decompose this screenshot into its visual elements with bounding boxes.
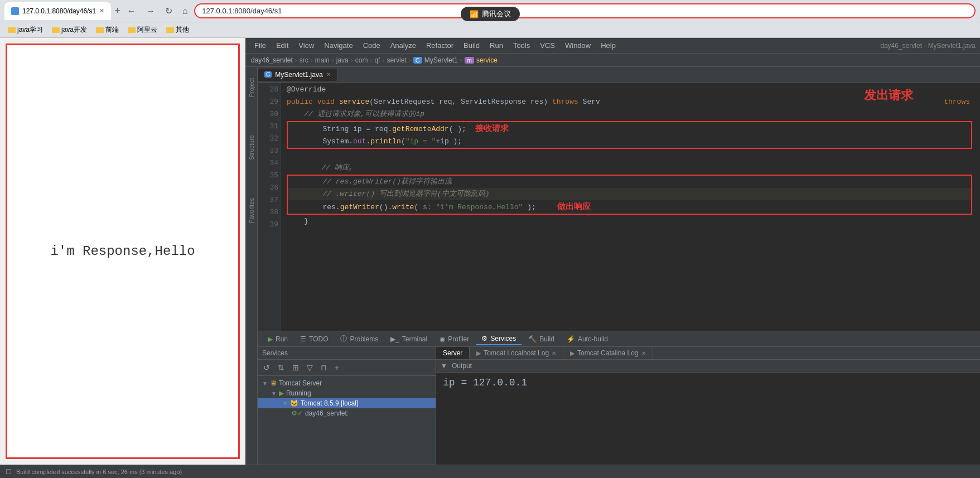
collapse-button[interactable]: ⇅ — [276, 362, 287, 373]
meeting-label: 腾讯会议 — [482, 9, 511, 19]
ide-body: Project Structure Favorites C MyServlet1… — [245, 67, 980, 465]
bookmark-aliyun[interactable]: 阿里云 — [124, 24, 161, 36]
forward-button[interactable]: → — [143, 4, 158, 18]
breadcrumb-java[interactable]: java — [336, 56, 349, 64]
tab-profiler[interactable]: ◉ Profiler — [434, 334, 475, 345]
menu-run[interactable]: Run — [485, 40, 508, 51]
tree-item-tomcat-859[interactable]: ▼ 🐱 Tomcat 8.5.9 [local] — [258, 398, 436, 408]
bookmark-java-dev[interactable]: java开发 — [49, 24, 90, 36]
deploy-icon: ⚙✓ — [291, 409, 303, 417]
tab-build[interactable]: 🔨 Build — [523, 334, 560, 345]
bookmark-label: 其他 — [176, 25, 189, 35]
reload-button[interactable]: ↻ — [162, 3, 176, 18]
menu-tools[interactable]: Tools — [509, 40, 534, 51]
back-button[interactable]: ← — [124, 4, 139, 18]
tomcat-icon: 🐱 — [290, 399, 298, 407]
tree-label-running: Running — [286, 389, 311, 397]
localhost-log-label: Tomcat Localhost Log — [484, 349, 549, 357]
tree-item-running[interactable]: ▼ ▶ Running — [258, 388, 436, 398]
menu-help[interactable]: Help — [596, 40, 620, 51]
bookmark-frontend[interactable]: 前端 — [93, 24, 122, 36]
filter-button[interactable]: ▽ — [305, 362, 315, 373]
localhost-log-close[interactable]: ✕ — [552, 350, 556, 356]
address-bar[interactable] — [194, 3, 976, 18]
tree-item-day46-servlet[interactable]: ⚙✓ day46_servlet: — [258, 408, 436, 418]
menu-navigate[interactable]: Navigate — [320, 40, 357, 51]
tab-favicon — [11, 7, 19, 15]
code-line-34: // 响应, — [287, 162, 974, 174]
tree-label-tomcat-859: Tomcat 8.5.9 [local] — [301, 399, 358, 407]
log-tab-server[interactable]: Server — [436, 347, 470, 359]
menu-view[interactable]: View — [294, 40, 318, 51]
status-bar: ☐ Build completed successfully in 6 sec,… — [0, 465, 980, 478]
project-panel: Project Structure Favorites — [245, 67, 258, 465]
tree-label-tomcat-server: Tomcat Server — [279, 379, 322, 387]
breadcrumb: day46_servlet › src › main › java › com … — [245, 54, 980, 67]
browser-tab[interactable]: 127.0.0.1:8080/day46/s1 ✕ — [4, 2, 111, 20]
project-panel-label[interactable]: Project — [248, 78, 255, 97]
services-tree: ▼ 🖥 Tomcat Server ▼ ▶ Running — [258, 376, 436, 465]
meeting-badge: 📶 腾讯会议 — [461, 7, 520, 21]
settings-button[interactable]: ⊓ — [318, 362, 329, 373]
menu-window[interactable]: Window — [561, 40, 595, 51]
log-tab-localhost[interactable]: ▶ Tomcat Localhost Log ✕ — [470, 347, 563, 359]
menu-edit[interactable]: Edit — [272, 40, 293, 51]
breadcrumb-class[interactable]: MyServlet1 — [424, 56, 458, 64]
menu-code[interactable]: Code — [359, 40, 385, 51]
tab-auto-build[interactable]: ⚡ Auto-build — [561, 334, 614, 345]
code-line-31: String ip = req.getRemoteAddr( ); 接收请求 — [288, 122, 971, 136]
code-line-28: @Override — [287, 84, 974, 96]
favorites-panel-label[interactable]: Favorites — [248, 198, 255, 223]
main-area: i'm Response,Hello File Edit View Naviga… — [0, 38, 980, 465]
tab-problems[interactable]: ⓘ Problems — [335, 332, 384, 345]
services-tab-label: Services — [490, 335, 516, 342]
output-label: Output — [452, 362, 472, 370]
breadcrumb-servlet[interactable]: servlet — [387, 56, 406, 64]
tree-item-tomcat-server[interactable]: ▼ 🖥 Tomcat Server — [258, 378, 436, 388]
breadcrumb-src[interactable]: src — [300, 56, 308, 64]
home-button[interactable]: ⌂ — [179, 4, 191, 18]
breadcrumb-qf[interactable]: qf — [374, 56, 380, 64]
new-tab-button[interactable]: + — [114, 5, 120, 17]
tab-terminal[interactable]: ▶_ Terminal — [385, 334, 433, 345]
red-box-receive: String ip = req.getRemoteAddr( ); 接收请求 S… — [287, 121, 972, 149]
problems-tab-label: Problems — [350, 335, 378, 343]
status-checkbox[interactable]: ☐ — [6, 468, 12, 476]
structure-panel-label[interactable]: Structure — [248, 135, 255, 160]
menu-build[interactable]: Build — [459, 40, 484, 51]
log-tabs: Server ▶ Tomcat Localhost Log ✕ ▶ Tomcat… — [436, 347, 980, 360]
menu-file[interactable]: File — [250, 40, 271, 51]
tab-services[interactable]: ⚙ Services — [476, 333, 522, 345]
tab-close-button[interactable]: ✕ — [99, 7, 104, 15]
menu-vcs[interactable]: VCS — [535, 40, 559, 51]
tab-run[interactable]: ▶ Run — [262, 334, 293, 345]
bookmark-label: java开发 — [61, 25, 87, 35]
menu-analyze[interactable]: Analyze — [386, 40, 421, 51]
breadcrumb-method-icon: m — [465, 57, 474, 64]
breadcrumb-method[interactable]: service — [476, 56, 498, 64]
tab-myservlet1[interactable]: C MyServlet1.java ✕ — [258, 69, 338, 81]
catalina-log-close[interactable]: ✕ — [641, 350, 646, 356]
log-tab-catalina[interactable]: ▶ Tomcat Catalina Log ✕ — [563, 347, 653, 359]
code-line-39 — [287, 228, 974, 240]
editor-area: C MyServlet1.java ✕ 28 29 30 31 32 33 34 — [258, 67, 980, 465]
menu-refactor[interactable]: Refactor — [422, 40, 458, 51]
breadcrumb-com[interactable]: com — [355, 56, 368, 64]
code-editor[interactable]: 28 29 30 31 32 33 34 35 36 37 38 39 — [258, 83, 980, 331]
breadcrumb-project[interactable]: day46_servlet — [251, 56, 293, 64]
refresh-button[interactable]: ↺ — [261, 362, 272, 373]
code-line-38: } — [287, 215, 974, 228]
add-button[interactable]: + — [332, 362, 341, 373]
browser-response-view: i'm Response,Hello — [6, 44, 240, 459]
bookmark-other[interactable]: 其他 — [163, 24, 192, 36]
tab-todo[interactable]: ☰ TODO — [295, 334, 334, 345]
breadcrumb-main[interactable]: main — [315, 56, 330, 64]
group-button[interactable]: ⊞ — [290, 362, 301, 373]
tab-close-button[interactable]: ✕ — [326, 71, 331, 78]
todo-tab-label: TODO — [309, 335, 328, 343]
code-line-29: public void service(ServletRequest req, … — [287, 96, 974, 108]
bookmark-java-learning[interactable]: java学习 — [4, 24, 46, 36]
tree-arrow: ▼ — [271, 390, 277, 397]
run-icon: ▶ — [279, 389, 284, 397]
tree-arrow: ▼ — [282, 400, 288, 407]
